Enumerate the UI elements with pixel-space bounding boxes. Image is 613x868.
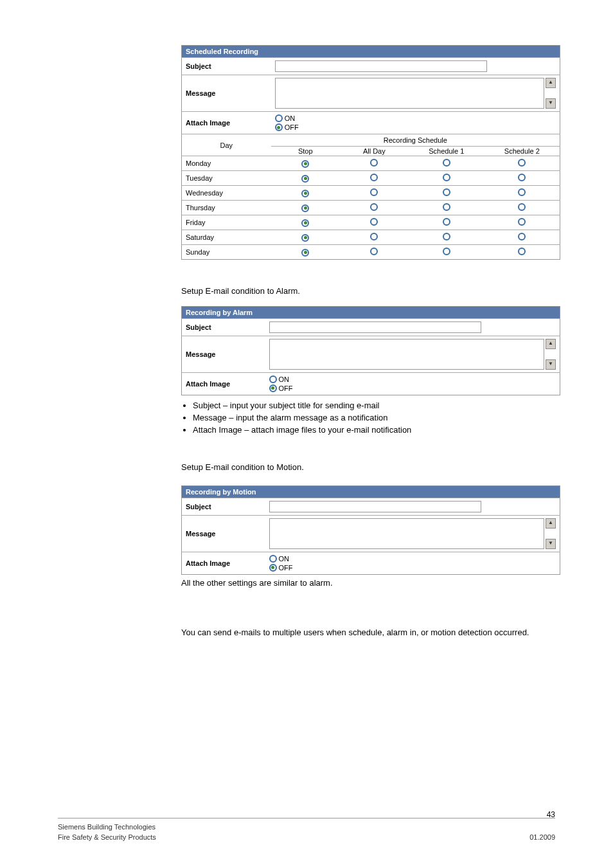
recording-by-motion-table: Recording by Motion Subject Message ▲ ▼ [181, 485, 560, 575]
motion-message-label: Message [182, 515, 265, 552]
radio-icon[interactable] [443, 218, 450, 226]
multi-users-text: You can send e-mails to multiple users w… [181, 627, 560, 639]
attach-image-radios: ON OFF [275, 114, 556, 131]
subject-label: Subject [182, 58, 271, 75]
scroll-down-icon[interactable]: ▼ [546, 539, 556, 549]
radio-icon[interactable] [518, 248, 526, 255]
attach-off-option[interactable]: OFF [275, 123, 556, 131]
day-saturday: Saturday [182, 230, 271, 245]
alarm-attach-on[interactable]: ON [269, 375, 556, 383]
recording-by-alarm-table: Recording by Alarm Subject Message ▲ ▼ [181, 306, 560, 395]
radio-icon[interactable] [518, 174, 526, 181]
radio-icon[interactable] [370, 218, 378, 226]
bullet-message: Message – input the alarm message as a n… [193, 413, 560, 422]
radio-icon[interactable] [370, 159, 378, 167]
motion-header: Recording by Motion [182, 485, 560, 498]
radio-icon [269, 564, 277, 572]
radio-icon[interactable] [370, 248, 378, 255]
content-column: Scheduled Recording Subject Message ▲ ▼ [181, 45, 560, 638]
day-sunday: Sunday [182, 245, 271, 260]
col-schedule1: Schedule 1 [409, 147, 484, 156]
attach-on-option[interactable]: ON [275, 114, 556, 122]
message-label: Message [182, 75, 271, 112]
radio-icon[interactable] [301, 234, 309, 242]
radio-icon [269, 384, 277, 392]
motion-subject-label: Subject [182, 498, 265, 515]
radio-icon[interactable] [370, 233, 378, 240]
similar-text: All the other settings are similar to al… [181, 577, 560, 590]
day-tuesday: Tuesday [182, 171, 271, 186]
col-schedule2: Schedule 2 [484, 147, 560, 156]
footer-date: 01.2009 [529, 833, 555, 842]
radio-icon[interactable] [443, 159, 450, 167]
col-stop: Stop [271, 147, 340, 156]
alarm-header: Recording by Alarm [182, 306, 560, 318]
textarea-scroll: ▲ ▼ [546, 78, 556, 109]
motion-attach-off[interactable]: OFF [269, 564, 556, 572]
radio-icon[interactable] [301, 160, 309, 168]
radio-icon[interactable] [443, 203, 450, 211]
radio-icon[interactable] [370, 174, 378, 181]
bullet-attach: Attach Image – attach image files to you… [193, 425, 560, 435]
scroll-down-icon[interactable]: ▼ [546, 359, 556, 370]
day-friday: Friday [182, 215, 271, 230]
radio-icon[interactable] [301, 204, 309, 212]
radio-icon[interactable] [370, 203, 378, 211]
radio-icon[interactable] [518, 203, 526, 211]
alarm-attach-label: Attach Image [182, 372, 265, 395]
bullet-subject: Subject – input your subject title for s… [193, 401, 560, 410]
alarm-attach-off[interactable]: OFF [269, 384, 556, 392]
message-textarea-wrap: ▲ ▼ [275, 78, 556, 109]
radio-icon[interactable] [301, 219, 309, 227]
page: Scheduled Recording Subject Message ▲ ▼ [0, 0, 613, 868]
radio-icon [269, 555, 277, 563]
motion-message-textarea[interactable] [269, 518, 545, 549]
alarm-subject-label: Subject [182, 318, 265, 336]
radio-icon[interactable] [518, 218, 526, 226]
motion-attach-on[interactable]: ON [269, 555, 556, 563]
scroll-up-icon[interactable]: ▲ [546, 339, 556, 349]
radio-icon[interactable] [518, 188, 526, 196]
scroll-down-icon[interactable]: ▼ [546, 98, 556, 109]
radio-icon[interactable] [443, 248, 450, 255]
radio-icon[interactable] [301, 175, 309, 183]
footer-line2: Fire Safety & Security Products [58, 833, 156, 842]
recording-schedule-label: Recording Schedule [271, 134, 560, 147]
radio-icon[interactable] [370, 188, 378, 196]
footer-line1: Siemens Building Technologies [58, 822, 156, 832]
radio-icon[interactable] [301, 249, 309, 257]
day-thursday: Thursday [182, 201, 271, 215]
attach-image-label: Attach Image [182, 112, 271, 134]
scheduled-recording-table: Scheduled Recording Subject Message ▲ ▼ [181, 45, 560, 260]
day-monday: Monday [182, 156, 271, 171]
radio-icon[interactable] [301, 190, 309, 197]
radio-icon [275, 123, 283, 131]
motion-attach-label: Attach Image [182, 552, 265, 574]
scroll-up-icon[interactable]: ▲ [546, 78, 556, 88]
bullet-list: Subject – input your subject title for s… [181, 401, 560, 435]
radio-icon[interactable] [443, 174, 450, 181]
day-label: Day [182, 134, 271, 156]
radio-icon [269, 375, 277, 383]
alarm-message-label: Message [182, 336, 265, 372]
alarm-subject-input[interactable] [269, 321, 481, 333]
scroll-up-icon[interactable]: ▲ [546, 518, 556, 529]
col-allday: All Day [340, 147, 409, 156]
radio-icon[interactable] [443, 233, 450, 240]
message-textarea[interactable] [275, 78, 544, 109]
radio-icon[interactable] [443, 188, 450, 196]
alarm-message-textarea[interactable] [269, 339, 545, 370]
scheduled-header: Scheduled Recording [182, 46, 560, 58]
footer: Siemens Building Technologies Fire Safet… [58, 818, 555, 842]
alarm-setup-text: Setup E-mail condition to Alarm. [181, 285, 560, 298]
motion-setup-text: Setup E-mail condition to Motion. [181, 462, 560, 474]
subject-input[interactable] [275, 60, 487, 72]
radio-icon[interactable] [518, 233, 526, 240]
day-wednesday: Wednesday [182, 186, 271, 201]
motion-subject-input[interactable] [269, 501, 481, 512]
radio-icon[interactable] [518, 159, 526, 167]
radio-icon [275, 114, 283, 122]
